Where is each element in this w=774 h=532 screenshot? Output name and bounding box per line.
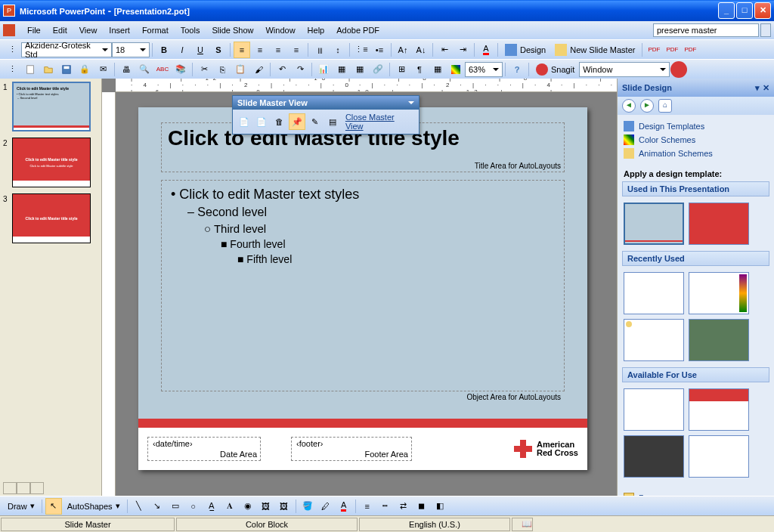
align-justify-button[interactable]: ≡ xyxy=(288,42,305,58)
help-button[interactable]: ? xyxy=(509,61,525,78)
font-color-draw-button[interactable]: A xyxy=(336,498,352,515)
snagit-button[interactable]: Snagit xyxy=(531,61,579,78)
select-objects-button[interactable]: ↖ xyxy=(45,498,62,515)
template-thumb[interactable] xyxy=(624,388,684,431)
new-slide-master-button[interactable]: New Slide Master xyxy=(550,42,639,58)
menu-insert[interactable]: Insert xyxy=(103,24,136,36)
snagit-window-combo[interactable]: Window xyxy=(579,62,670,77)
font-size-combo[interactable]: 18 xyxy=(112,42,150,57)
rename-master-button[interactable]: ✎ xyxy=(307,113,323,130)
template-thumb[interactable] xyxy=(624,319,684,361)
copy-button[interactable]: ⎘ xyxy=(214,61,231,78)
template-thumb[interactable] xyxy=(689,272,749,314)
close-button[interactable]: ✕ xyxy=(754,2,771,19)
show-formatting-button[interactable]: ¶ xyxy=(411,61,428,78)
toolbar-grip[interactable]: ⋮ xyxy=(4,42,20,58)
tables-borders-button[interactable]: ▦ xyxy=(351,61,368,78)
decrease-indent-button[interactable]: ⇤ xyxy=(436,42,453,58)
insert-title-master-button[interactable]: 📄 xyxy=(253,113,269,130)
menu-help[interactable]: Help xyxy=(302,24,331,36)
format-painter-button[interactable]: 🖌 xyxy=(250,61,267,78)
date-placeholder[interactable]: ‹date/time› Date Area xyxy=(147,437,261,461)
print-button[interactable]: 🖶 xyxy=(118,61,135,78)
3d-style-button[interactable]: ◧ xyxy=(432,498,448,515)
oval-button[interactable]: ○ xyxy=(185,498,202,515)
font-combo[interactable]: Akzidenz-Grotesk Std xyxy=(21,42,112,57)
nav-forward-button[interactable]: ► xyxy=(640,99,654,113)
fill-color-button[interactable]: 🪣 xyxy=(299,498,316,515)
slide-sorter-view-button[interactable] xyxy=(17,482,30,494)
spelling-button[interactable]: ABC xyxy=(154,61,171,78)
master-thumb-1[interactable]: Click to edit Master title style • Click… xyxy=(12,82,91,131)
status-language[interactable]: English (U.S.) xyxy=(359,518,510,531)
textbox-button[interactable]: A̲ xyxy=(203,498,220,515)
font-color-button[interactable]: A xyxy=(478,42,494,58)
animation-schemes-link[interactable]: Animation Schemes xyxy=(624,147,768,160)
line-spacing-button[interactable]: ↕ xyxy=(330,42,346,58)
increase-indent-button[interactable]: ⇥ xyxy=(454,42,471,58)
insert-hyperlink-button[interactable]: 🔗 xyxy=(370,61,386,78)
numbering-button[interactable]: ⋮≡ xyxy=(353,42,370,58)
email-button[interactable]: ✉ xyxy=(94,61,111,78)
print-preview-button[interactable]: 🔍 xyxy=(136,61,153,78)
pdf-review-button[interactable]: PDF xyxy=(682,42,698,58)
footer-placeholder[interactable]: ‹footer› Footer Area xyxy=(291,437,412,461)
decrease-font-button[interactable]: A↓ xyxy=(413,42,429,58)
rectangle-button[interactable]: ▭ xyxy=(167,498,184,515)
arrow-style-button[interactable]: ⇄ xyxy=(395,498,412,515)
research-button[interactable]: 📚 xyxy=(172,61,189,78)
menu-tools[interactable]: Tools xyxy=(175,24,206,36)
insert-table-button[interactable]: ▦ xyxy=(333,61,350,78)
increase-font-button[interactable]: A↑ xyxy=(395,42,411,58)
normal-view-button[interactable] xyxy=(3,482,17,494)
menu-adobe-pdf[interactable]: Adobe PDF xyxy=(330,24,385,36)
menu-edit[interactable]: Edit xyxy=(47,24,73,36)
distribute-button[interactable]: ⫼ xyxy=(311,42,328,58)
bold-button[interactable]: B xyxy=(156,42,172,58)
vertical-ruler[interactable] xyxy=(102,92,116,508)
master-layout-button[interactable]: ▤ xyxy=(324,113,340,130)
diagram-button[interactable]: ◉ xyxy=(240,498,256,515)
clipart-button[interactable]: 🖼 xyxy=(258,498,274,515)
slideshow-view-button[interactable] xyxy=(30,482,44,494)
show-grid-button[interactable]: ▦ xyxy=(429,61,446,78)
zoom-combo[interactable]: 63% xyxy=(465,62,503,77)
shadow-style-button[interactable]: ◼ xyxy=(413,498,430,515)
line-style-button[interactable]: ≡ xyxy=(359,498,376,515)
help-search-input[interactable]: preserve master xyxy=(653,23,759,37)
autoshapes-menu[interactable]: AutoShapes ▾ xyxy=(63,498,125,515)
taskpane-dropdown-icon[interactable]: ▾ xyxy=(755,83,760,93)
doc-icon[interactable] xyxy=(3,24,15,36)
body-placeholder[interactable]: • Click to edit Master text styles – Sec… xyxy=(161,180,565,391)
underline-button[interactable]: U xyxy=(192,42,209,58)
line-color-button[interactable]: 🖊 xyxy=(317,498,334,515)
slide-master-canvas[interactable]: Click to edit Master title style Title A… xyxy=(138,107,587,470)
slide-master-view-toolbar[interactable]: Slide Master View 📄 📄 🗑 📌 ✎ ▤ Close Mast… xyxy=(232,95,420,135)
arrow-button[interactable]: ↘ xyxy=(149,498,166,515)
template-thumb[interactable] xyxy=(689,388,749,431)
master-thumb-3[interactable]: Click to edit Master title style xyxy=(12,193,91,243)
pdf-email-button[interactable]: PDF xyxy=(664,42,680,58)
preserve-master-button[interactable]: 📌 xyxy=(289,113,305,130)
permission-button[interactable]: 🔒 xyxy=(76,61,93,78)
template-thumb[interactable] xyxy=(624,203,684,245)
undo-button[interactable]: ↶ xyxy=(274,61,290,78)
nav-home-button[interactable]: ⌂ xyxy=(658,99,672,113)
expand-all-button[interactable]: ⊞ xyxy=(393,61,410,78)
color-grayscale-button[interactable] xyxy=(447,61,464,78)
insert-chart-button[interactable]: 📊 xyxy=(315,61,332,78)
template-thumb[interactable] xyxy=(624,435,684,478)
maximize-button[interactable]: □ xyxy=(736,2,753,19)
align-right-button[interactable]: ≡ xyxy=(270,42,286,58)
insert-slide-master-button[interactable]: 📄 xyxy=(236,113,252,130)
template-thumb[interactable] xyxy=(689,435,749,478)
new-button[interactable] xyxy=(22,61,39,78)
smv-titlebar[interactable]: Slide Master View xyxy=(233,96,419,110)
design-button[interactable]: Design xyxy=(500,42,550,58)
snagit-capture-button[interactable] xyxy=(670,61,687,78)
menu-view[interactable]: View xyxy=(73,24,104,36)
dash-style-button[interactable]: ┅ xyxy=(377,498,394,515)
horizontal-ruler[interactable]: | · · · | · 12 · | · · · | · 10 · | · · … xyxy=(116,79,617,92)
template-thumb[interactable] xyxy=(689,319,749,361)
pdf-convert-button[interactable]: PDF xyxy=(646,42,662,58)
